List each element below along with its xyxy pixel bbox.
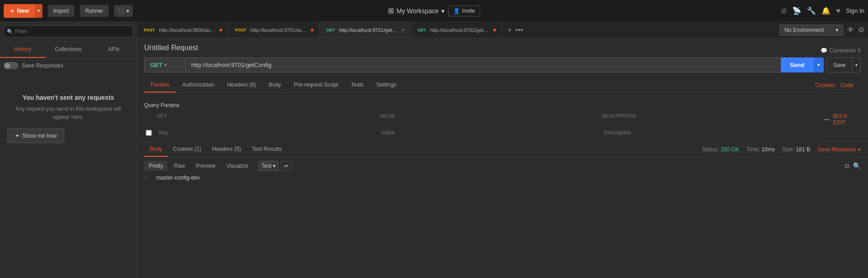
param-description-input[interactable] (602, 128, 821, 138)
resp-tab-headers[interactable]: Headers (5) (207, 142, 246, 157)
method-badge-get-2: GET (325, 27, 336, 33)
send-label: Send (790, 62, 805, 68)
format-raw-button[interactable]: Raw (169, 161, 189, 171)
save-response-chevron: ▾ (858, 146, 861, 153)
param-tab-headers[interactable]: Headers (8) (220, 78, 262, 93)
sidebar-search-area: 🔍 (0, 22, 136, 41)
empty-state-desc: Any request you send in this workspace w… (7, 105, 129, 121)
workspace-chevron: ▾ (441, 7, 444, 15)
body-tab-label: Body (269, 82, 281, 88)
resp-tab-test-results[interactable]: Test Results (246, 142, 287, 157)
bulk-edit-button[interactable]: Bulk Edit (833, 113, 861, 126)
param-checkbox[interactable] (144, 130, 153, 136)
wrap-button[interactable]: ⇌ (281, 161, 292, 171)
main-layout: 🔍 History Collections APIs Save Response… (0, 22, 868, 278)
request-tab-2[interactable]: GET http://localhost:9701/getCo... × (319, 22, 411, 38)
topbar-right: ⊘ 📡 🔧 🔔 ♥ Sign In (781, 6, 864, 15)
settings-icon[interactable]: ⚙ (858, 26, 864, 34)
new-dropdown-button[interactable]: ▾ (35, 4, 42, 18)
sparkle-icon: ✦ (15, 133, 20, 139)
empty-state: You haven't sent any requests Any reques… (7, 94, 129, 143)
tab-url-2: http://localhost:9701/getCo... (339, 27, 399, 33)
resp-body-tab-label: Body (150, 146, 162, 152)
send-dropdown-button[interactable]: ▾ (814, 57, 824, 72)
signin-button[interactable]: Sign In (846, 7, 864, 14)
content-area: POST http://localhost:9600/actuat... POS… (137, 22, 868, 278)
wrench-icon[interactable]: 🔧 (807, 6, 816, 15)
param-tab-body[interactable]: Body (262, 78, 288, 93)
param-tab-authorization[interactable]: Authorization (176, 78, 220, 93)
search-response-icon[interactable]: 🔍 (853, 162, 861, 170)
method-selector[interactable]: GET ▾ (144, 57, 185, 72)
status-meta: Status: 200 OK (702, 146, 739, 153)
comments-button[interactable]: 💬 Comments 0 (821, 47, 861, 54)
save-response-button[interactable]: Save Response ▾ (817, 146, 861, 153)
request-tab-1[interactable]: POST http://localhost:9701/actuat... (228, 22, 319, 38)
heart-icon[interactable]: ♥ (836, 7, 841, 15)
description-header: DESCRIPTION (602, 113, 821, 126)
more-dots[interactable]: ••• (824, 117, 830, 122)
environment-selector[interactable]: No Environment ▾ (779, 25, 843, 36)
sidebar-tab-history[interactable]: History (0, 41, 46, 58)
workspace-button[interactable]: ⊞ My Workspace ▾ (388, 6, 444, 15)
save-dropdown-button[interactable]: ▾ (852, 57, 861, 72)
line-content-1: master-config-dev (156, 175, 200, 181)
request-area: Untitled Request 💬 Comments 0 GET ▾ Send (137, 38, 868, 98)
sidebar-tab-collections[interactable]: Collections (46, 41, 91, 58)
collections-tab-label: Collections (55, 46, 82, 52)
time-value: 10ms (762, 146, 775, 153)
format-preview-button[interactable]: Preview (191, 161, 220, 171)
show-me-button[interactable]: ✦ Show me how (7, 129, 64, 143)
invite-button[interactable]: 👤 Invite (448, 5, 480, 16)
param-tab-prerequest[interactable]: Pre-request Script (288, 78, 345, 93)
param-tab-settings[interactable]: Settings (370, 78, 403, 93)
wrap-icon: ⇌ (284, 163, 288, 169)
resp-tab-body[interactable]: Body (144, 142, 167, 157)
tab-dot-3 (493, 29, 496, 31)
filter-input[interactable] (4, 26, 133, 37)
format-select[interactable]: Text ▾ (258, 161, 279, 171)
bell-icon[interactable]: 🔔 (821, 6, 831, 15)
request-tab-3[interactable]: GET http://localhost:9702/getConfig (411, 22, 502, 38)
param-value-input[interactable] (379, 128, 598, 138)
param-key-input[interactable] (157, 128, 376, 138)
param-tab-params[interactable]: Params (144, 78, 176, 93)
tab-close-2[interactable]: × (402, 27, 405, 33)
tab-actions: + ••• (504, 26, 527, 34)
search-disabled-icon[interactable]: ⊘ (781, 6, 787, 15)
topbar-left: ＋ New ▾ Import Runner ⬛ ▾ (4, 4, 133, 18)
save-responses-row: Save Responses (0, 58, 67, 73)
authorization-tab-label: Authorization (182, 82, 214, 88)
url-input[interactable] (185, 57, 781, 72)
request-title: Untitled Request (144, 44, 198, 52)
runner-button[interactable]: Runner (80, 5, 109, 17)
env-chevron: ▾ (836, 27, 838, 33)
copy-response-icon[interactable]: ⧉ (845, 162, 849, 170)
topbar: ＋ New ▾ Import Runner ⬛ ▾ ⊞ My Workspace… (0, 0, 868, 22)
format-pretty-button[interactable]: Pretty (144, 161, 167, 171)
resp-test-results-tab-label: Test Results (252, 146, 282, 152)
code-link[interactable]: Code (840, 78, 853, 92)
save-button[interactable]: Save (826, 57, 852, 72)
import-button[interactable]: Import (48, 5, 74, 17)
eye-icon[interactable]: 👁 (847, 26, 854, 34)
tab-url-3: http://localhost:9702/getConfig (430, 27, 491, 33)
sidebar-tab-apis[interactable]: APIs (91, 41, 136, 58)
send-button[interactable]: Send (781, 57, 814, 72)
param-tab-tests[interactable]: Tests (345, 78, 370, 93)
cookies-link[interactable]: Cookies (815, 78, 835, 92)
new-label: New (17, 7, 29, 14)
settings-tab-label: Settings (376, 82, 396, 88)
more-tabs-button[interactable]: ••• (515, 26, 523, 34)
save-responses-toggle[interactable] (4, 62, 18, 69)
resp-tab-cookies[interactable]: Cookies (1) (167, 142, 206, 157)
request-tab-0[interactable]: POST http://localhost:9600/actuat... (137, 22, 228, 38)
format-visualize-button[interactable]: Visualize (222, 161, 253, 171)
response-tabs: Body Cookies (1) Headers (5) Test Result… (137, 142, 868, 157)
add-tab-button[interactable]: + (507, 26, 512, 34)
response-area: Body Cookies (1) Headers (5) Test Result… (137, 142, 868, 278)
empty-state-title: You haven't sent any requests (7, 94, 129, 101)
new-button[interactable]: ＋ New (4, 4, 35, 18)
capture-button[interactable]: ⬛ ▾ (114, 5, 133, 17)
satellite-icon[interactable]: 📡 (792, 6, 801, 15)
